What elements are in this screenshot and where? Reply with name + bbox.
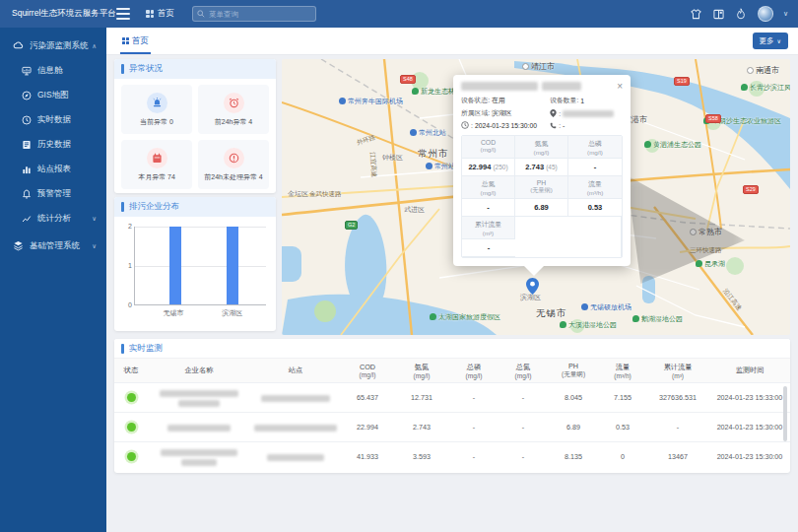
modules-icon [13,240,24,251]
grid-icon [146,10,154,18]
stat-card-month-abnormal: 本月异常 74 [121,140,192,189]
sidebar-item-pollution-system[interactable]: 污染源监测系统 ∧ [0,33,106,58]
redacted-company-name [181,459,217,466]
map-label: 鹅湖湿地公园 [632,314,683,324]
gis-map[interactable]: 靖江市 南通市 长青沙滨江风光带 常阴沙生态农业旅游区 黄泗浦生态公园 新龙生态… [282,59,790,335]
table-header-row: 状态 企业名称 站点 COD(mg/l) 氨氮(mg/l) 总磷(mg/l) 总… [114,359,790,383]
chevron-up-icon: ∧ [92,42,97,50]
map-label: 太湖国家旅游度假区 [430,312,500,322]
road-badge: S29 [743,185,759,194]
chevron-down-icon: ∨ [92,242,97,250]
stat-card-24h-abnormal: 前24h异常 4 [198,85,269,134]
map-label: 无锡市 [536,307,567,320]
table-scrollbar[interactable] [783,386,787,441]
y-tick: 1 [121,262,132,269]
bar-wuxi [169,227,181,304]
tab-home[interactable]: 首页 [116,28,155,54]
monitor-table: 状态 企业名称 站点 COD(mg/l) 氨氮(mg/l) 总磷(mg/l) 总… [114,359,790,472]
line-chart-icon [21,213,32,224]
hamburger-menu-icon[interactable] [116,8,130,20]
map-label: 新龙生态林 [412,87,455,97]
map-label: 武进区 [404,205,425,215]
y-tick: 0 [121,301,132,308]
redacted-company-name [167,425,231,432]
history-doc-icon [21,139,32,150]
sidebar-item-info-cabin[interactable]: 信息舱 [0,58,106,83]
road-badge: G2 [345,221,358,230]
map-label: 金坛区 [288,189,308,199]
tab-bar: 首页 更多 ∨ [106,28,798,55]
realtime-monitor-panel: 实时监测 状态 企业名称 站点 COD(mg/l) 氨氮(mg/l) 总磷(mg… [114,339,790,473]
theme-skin-icon[interactable] [690,8,702,21]
cloud-monitor-icon [13,40,24,51]
abnormal-status-panel: 异常状况 当前异常 0 前24h异常 4 本月异常 74 [114,59,276,193]
map-label: 无锡硕放机场 [581,302,632,312]
topbar-home-link[interactable]: 首页 [146,8,174,20]
redacted-company-name [161,449,237,456]
chevron-down-icon: ∨ [777,37,781,44]
alarm-bell-icon [21,188,32,199]
location-pin-icon [550,109,557,117]
redacted-site-title [542,82,581,91]
table-row[interactable]: 22.994 2.743 - - 6.89 0.53 - 2024-01-23 … [114,413,790,442]
compass-icon [21,90,32,100]
sidebar-item-gis-map[interactable]: GIS地图 [0,83,106,107]
flame-icon[interactable] [735,8,748,21]
map-label: 常州市 [418,148,449,161]
clock-icon [461,121,469,129]
redacted-site-title [461,82,538,91]
user-menu-chevron-down-icon[interactable]: ∨ [783,10,788,18]
close-icon[interactable]: × [617,82,623,91]
chart-plot-area: 2 1 0 [134,227,266,305]
sidebar-item-alert-management[interactable]: 预警管理 [0,181,106,206]
phone-icon [550,122,557,129]
map-road-label: 金武快速路 [309,190,342,199]
road-badge: S48 [400,75,416,84]
redacted-site-name [261,395,330,402]
siren-icon [147,93,167,113]
sidebar-item-statistics[interactable]: 统计分析 ∨ [0,206,106,231]
table-row[interactable]: 41.933 3.593 - - 8.135 0 13467 2024-01-2… [114,442,790,472]
redacted-site-name [254,425,337,432]
redacted-company-name [178,400,220,407]
user-avatar[interactable] [758,6,773,22]
status-online-dot [127,423,136,432]
map-label: 南通市 [747,65,779,76]
sidebar-item-realtime-data[interactable]: 实时数据 [0,107,106,132]
abnormal-cards: 当前异常 0 前24h异常 4 本月异常 74 前24h未处理异常 4 [114,79,276,193]
map-label: 靖江市 [522,61,555,72]
status-online-dot [127,393,136,402]
map-label: 黄泗浦生态公园 [644,140,701,150]
map-road-label: 江宜高速 [367,152,378,178]
stat-card-current-abnormal: 当前异常 0 [121,85,192,134]
panel-title: 排污企业分布 [114,197,276,217]
road-badge: S58 [705,114,721,123]
more-button[interactable]: 更多 ∨ [753,33,788,49]
sidebar-item-history-data[interactable]: 历史数据 [0,132,106,157]
chevron-down-icon: ∨ [92,215,97,223]
bar-binhu [227,227,238,304]
bar-report-icon [21,164,32,174]
app-root: Squirrel生态环境云服务平台 首页 ∨ [0,0,798,532]
panel-title: 异常状况 [114,59,276,79]
clock-icon [21,114,32,125]
table-row[interactable]: 65.437 12.731 - - 8.045 7.155 327636.531… [114,383,790,413]
bar-chart: 2 1 0 无锡市 滨湖区 [114,217,276,331]
status-online-dot [127,452,136,461]
redacted-site-name [267,454,324,461]
popup-metrics-table: COD(mg/l) 氨氮(mg/l) 总磷(mg/l) 22.994 (250)… [461,135,623,258]
map-label: 常州站 [426,162,455,171]
alarm-clock-icon [224,93,244,113]
redacted-address [563,110,614,117]
map-label: 大溪港湿地公园 [560,320,617,330]
site-marker-pin[interactable] [526,278,539,297]
sidebar-item-base-system[interactable]: 基础管理系统 ∨ [0,233,106,258]
sidebar-item-site-report[interactable]: 站点报表 [0,157,106,181]
layout-split-icon[interactable] [712,8,725,21]
info-screen-icon [21,65,32,76]
topbar-actions: ∨ [690,6,798,22]
x-axis-labels: 无锡市 滨湖区 [134,305,266,321]
search-input[interactable] [209,10,315,19]
calendar-icon [147,148,167,168]
alert-circle-icon [224,148,244,168]
